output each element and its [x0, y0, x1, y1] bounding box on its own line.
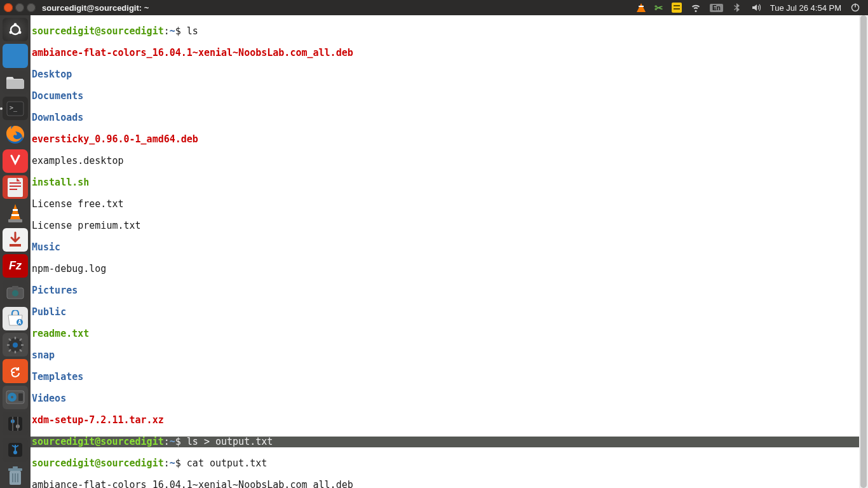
vlc-icon[interactable] [3, 201, 28, 225]
svg-point-24 [13, 342, 18, 348]
ls-item: License free.txt [32, 198, 124, 210]
ls-item: ambiance-flat-colors_16.04.1~xenial~Noob… [32, 47, 353, 58]
blank-app-icon[interactable] [3, 44, 28, 67]
svg-line-30 [20, 349, 22, 351]
ls-item: Public [32, 306, 66, 318]
system-indicators: ✂ En Tue Jul 26 4:54 PM [637, 2, 868, 14]
volume-indicator-icon[interactable] [751, 3, 761, 13]
svg-rect-17 [10, 244, 21, 247]
ls-item: npm-debug.log [32, 263, 106, 274]
svg-rect-15 [11, 214, 19, 216]
svg-rect-12 [10, 186, 21, 187]
clock-indicator[interactable]: Tue Jul 26 4:54 PM [770, 3, 841, 13]
filezilla-label: Fz [9, 259, 22, 273]
svg-rect-13 [10, 189, 17, 190]
settings-icon[interactable] [3, 333, 28, 356]
power-indicator-icon[interactable] [850, 3, 860, 13]
network-indicator-icon[interactable] [691, 3, 701, 13]
svg-rect-38 [8, 417, 22, 431]
close-icon[interactable] [4, 3, 13, 12]
download-manager-icon[interactable] [3, 228, 28, 252]
svg-rect-11 [10, 182, 21, 184]
ls-item: Templates [32, 371, 83, 383]
ls-item: Downloads [32, 112, 83, 123]
svg-point-36 [11, 396, 13, 398]
ls-item: install.sh [32, 177, 89, 188]
scrollbar[interactable] [859, 15, 868, 488]
svg-point-2 [11, 25, 20, 34]
input-method-indicator[interactable]: En [710, 4, 723, 12]
svg-point-4 [18, 30, 22, 34]
top-panel: sourcedigit@sourcedigit: ~ ✂ En Tue Jul … [0, 0, 868, 15]
software-updater-icon[interactable] [3, 359, 28, 383]
svg-line-29 [9, 339, 11, 341]
svg-line-32 [9, 349, 11, 351]
clipboard-indicator-icon[interactable]: ✂ [654, 2, 663, 14]
filezilla-icon[interactable]: Fz [3, 254, 28, 278]
tweak-tool-icon[interactable] [3, 412, 28, 435]
svg-rect-1 [855, 4, 856, 8]
pdf-reader-icon[interactable] [3, 175, 28, 199]
cat-item: ambiance-flat-colors_16.04.1~xenial~Noob… [32, 479, 353, 488]
scrollbar-thumb[interactable] [860, 15, 867, 488]
svg-rect-16 [8, 219, 22, 222]
window-title: sourcedigit@sourcedigit: ~ [42, 3, 149, 13]
ls-item: readme.txt [32, 328, 89, 339]
prompt-userhost: sourcedigit@sourcedigit [32, 25, 164, 37]
trash-icon[interactable] [3, 464, 28, 488]
ls-item: Documents [32, 90, 83, 102]
vlc-indicator-icon[interactable] [637, 3, 646, 12]
svg-rect-48 [13, 466, 18, 468]
terminal-icon[interactable]: >_ [3, 97, 28, 120]
highlighted-line: sourcedigit@sourcedigit:~$ ls > output.t… [31, 437, 868, 447]
software-center-icon[interactable]: A [3, 307, 28, 330]
ls-item: Pictures [32, 285, 78, 296]
svg-rect-37 [18, 393, 23, 401]
notes-indicator-icon[interactable] [672, 3, 682, 13]
svg-rect-6 [6, 79, 24, 89]
vivaldi-icon[interactable] [3, 149, 28, 173]
maximize-icon[interactable] [27, 3, 36, 12]
ls-item: Desktop [32, 69, 72, 80]
ls-item: snap [32, 349, 55, 361]
bluetooth-indicator-icon[interactable] [732, 3, 742, 13]
ls-item: Music [32, 241, 60, 253]
ls-item: eversticky_0.96.0-1_amd64.deb [32, 133, 198, 145]
files-icon[interactable] [3, 71, 28, 94]
usb-creator-icon[interactable] [3, 438, 28, 461]
svg-rect-14 [13, 209, 18, 211]
command-3: cat output.txt [187, 458, 267, 469]
svg-point-3 [14, 23, 17, 26]
screenshot-icon[interactable] [3, 280, 28, 304]
ls-item: xdm-setup-7.2.11.tar.xz [32, 414, 164, 426]
svg-text:A: A [18, 320, 22, 325]
dash-icon[interactable] [3, 18, 28, 41]
firefox-icon[interactable] [3, 123, 28, 146]
unity-launcher: >_ Fz A [0, 15, 31, 488]
svg-rect-47 [8, 468, 22, 471]
terminal-output[interactable]: sourcedigit@sourcedigit:~$ ls ambiance-f… [31, 15, 868, 488]
svg-line-31 [20, 339, 22, 341]
svg-text:>_: >_ [10, 104, 18, 112]
window-controls [0, 3, 36, 12]
svg-rect-20 [12, 286, 18, 288]
ls-item: examples.desktop [32, 155, 124, 166]
disks-icon[interactable] [3, 386, 28, 409]
svg-rect-10 [8, 178, 23, 197]
ls-item: License premium.txt [32, 220, 141, 231]
ls-item: Videos [32, 393, 66, 404]
minimize-icon[interactable] [15, 3, 24, 12]
svg-point-19 [12, 290, 18, 296]
command-1: ls [187, 25, 198, 37]
svg-point-5 [10, 30, 13, 34]
command-2: ls > output.txt [187, 436, 273, 447]
